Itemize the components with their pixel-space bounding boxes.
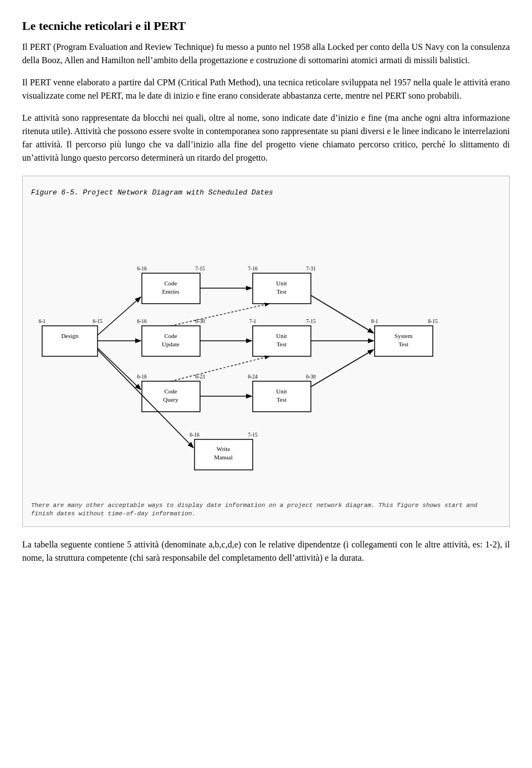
- code-query-label-2: Query: [163, 396, 178, 403]
- write-manual-label-2: Manual: [214, 454, 233, 460]
- code-update-label-1: Code: [164, 332, 177, 339]
- system-test-label-1: System: [395, 332, 413, 339]
- unit-test-top-start: 7-16: [248, 266, 258, 272]
- code-entries-label-2: Entries: [162, 288, 179, 295]
- code-query-label-1: Code: [164, 388, 177, 395]
- unit-test-bot-start: 6-24: [248, 374, 258, 380]
- code-update-start: 6-16: [137, 319, 147, 324]
- design-label: Design: [61, 332, 79, 339]
- system-test-label-2: Test: [398, 341, 408, 347]
- unit-test-mid-label-1: Unit: [276, 332, 287, 339]
- design-finish: 6-15: [93, 319, 103, 324]
- code-query-finish: 6-23: [195, 374, 205, 380]
- unit-test-mid-finish: 7-15: [306, 319, 316, 324]
- write-manual-start: 6-16: [190, 432, 200, 438]
- write-manual-label-1: Write: [217, 446, 231, 452]
- code-entries-start: 6-16: [137, 266, 147, 272]
- page-title: Le tecniche reticolari e il PERT: [22, 17, 510, 35]
- unit-test-bot-label-2: Test: [277, 396, 287, 403]
- project-network-diagram: Design 6-1 6-15 Code Entries 6-16 7-15 C…: [31, 207, 501, 495]
- design-start: 6-1: [39, 319, 46, 324]
- diagram-svg-container: Design 6-1 6-15 Code Entries 6-16 7-15 C…: [31, 207, 501, 495]
- unit-test-top-finish: 7-31: [306, 266, 316, 272]
- code-entries-finish: 7-15: [195, 266, 205, 272]
- system-test-start: 8-1: [371, 319, 378, 324]
- unit-test-top-label-1: Unit: [276, 280, 287, 286]
- code-update-finish: 6-30: [195, 319, 205, 324]
- unit-test-mid-label-2: Test: [277, 341, 287, 347]
- arrow-design-to-code-entries: [98, 297, 141, 335]
- unit-test-top-label-2: Test: [277, 288, 287, 295]
- paragraph-2: Il PERT venne elaborato a partire dal CP…: [22, 76, 510, 103]
- code-update-label-2: Update: [162, 341, 180, 347]
- design-box: [42, 326, 98, 356]
- diagram-caption: There are many other acceptable ways to …: [31, 501, 501, 519]
- diagram-figure: Figure 6-5. Project Network Diagram with…: [22, 176, 510, 527]
- unit-test-bot-label-1: Unit: [276, 388, 287, 395]
- system-test-finish: 8-15: [428, 319, 438, 324]
- code-entries-label-1: Code: [164, 280, 177, 286]
- unit-test-mid-start: 7-1: [249, 319, 257, 324]
- arrow-unit-test-bot-to-system: [311, 350, 374, 387]
- paragraph-3: Le attività sono rappresentate da blocch…: [22, 111, 510, 165]
- diagram-title: Figure 6-5. Project Network Diagram with…: [31, 187, 501, 198]
- write-manual-finish: 7-15: [248, 432, 258, 438]
- arrow-unit-test-top-to-system: [311, 295, 374, 333]
- unit-test-bot-finish: 6-30: [306, 374, 316, 380]
- paragraph-1: Il PERT (Program Evaluation and Review T…: [22, 40, 510, 67]
- paragraph-4: La tabella seguente contiene 5 attività …: [22, 538, 510, 565]
- code-query-start: 6-16: [137, 374, 147, 380]
- arrow-design-to-code-query: [98, 348, 141, 390]
